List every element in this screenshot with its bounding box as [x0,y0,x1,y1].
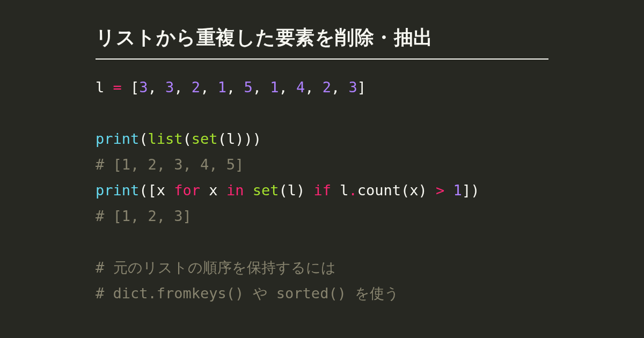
code-token: x [200,182,226,199]
code-token: , [174,79,192,95]
code-token: (l) [279,182,313,199]
code-token: , [200,79,218,95]
code-token: > [436,182,444,199]
code-token: for [174,182,200,199]
code-token [444,182,453,199]
code-token: ([x [139,182,174,199]
code-token: 5 [244,79,252,95]
code-token: count(x) [357,182,436,199]
code-token: 1 [453,182,462,199]
code-token: 3 [165,79,174,95]
code-token: set [192,130,218,147]
code-token: print [96,130,139,147]
code-token: list [148,130,183,147]
code-token: , [305,79,323,95]
code-token: in [226,182,244,199]
code-token: , [331,79,349,95]
code-token: 3 [139,79,148,95]
code-token: l [331,182,349,199]
code-token: 3 [349,79,357,95]
code-token: . [349,182,357,199]
code-token: 1 [270,79,279,95]
code-token: , [253,79,270,95]
code-token: (l))) [218,130,261,147]
code-token: print [96,182,139,199]
code-token: [ [122,79,140,95]
code-token: = [113,79,122,95]
code-token: 4 [296,79,305,95]
code-token: ( [183,130,192,147]
code-comment: # dict.fromkeys() や sorted() を使う [96,285,399,302]
code-token: set [253,182,279,199]
code-token: if [313,182,331,199]
code-token: , [279,79,296,95]
code-token: ]) [462,182,480,199]
code-token: ] [357,79,366,95]
code-token: 1 [218,79,226,95]
code-token [244,182,252,199]
page-title: リストから重複した要素を削除・抽出 [96,25,548,60]
code-comment: # [1, 2, 3, 4, 5] [96,156,244,173]
code-token: , [148,79,166,95]
code-block: l = [3, 3, 2, 1, 5, 1, 4, 2, 3] print(li… [96,75,548,306]
code-comment: # [1, 2, 3] [96,208,192,224]
code-token: l [96,79,113,95]
code-token: 2 [323,79,331,95]
code-token: 2 [192,79,200,95]
page-container: リストから重複した要素を削除・抽出 l = [3, 3, 2, 1, 5, 1,… [0,0,644,306]
code-token: ( [139,130,148,147]
code-comment: # 元のリストの順序を保持するには [96,259,336,276]
code-token: , [226,79,244,95]
